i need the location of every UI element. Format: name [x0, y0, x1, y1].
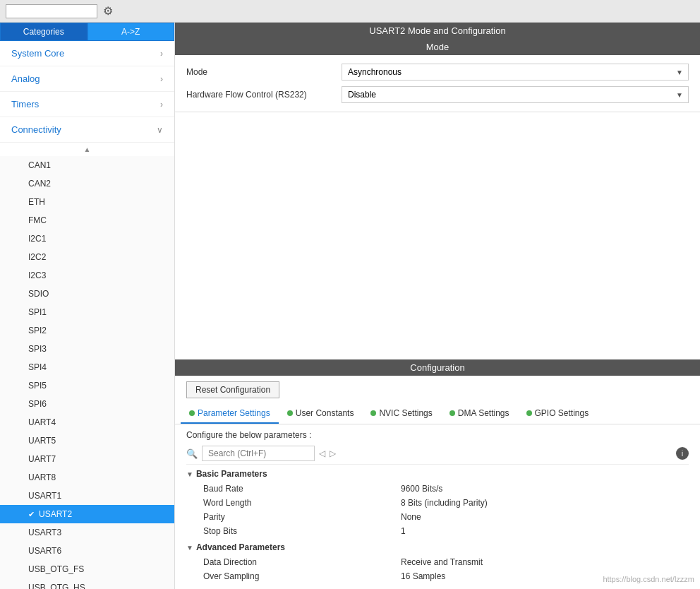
gpio-settings-label: GPIO Settings	[535, 408, 589, 418]
search-box[interactable]	[6, 4, 97, 18]
sidebar-item-usart6[interactable]: USART6	[0, 542, 174, 560]
sidebar-item-analog[interactable]: Analog ›	[0, 66, 174, 92]
tab-user-constants[interactable]: User Constants	[279, 404, 363, 424]
params-search-input[interactable]	[202, 446, 315, 461]
param-row-word-length: Word Length 8 Bits (including Parity)	[186, 496, 689, 510]
params-area: Configure the below parameters : 🔍 ◁ ▷ i…	[175, 424, 700, 589]
tab-atoz[interactable]: A->Z	[88, 23, 175, 41]
tab-nvic-settings[interactable]: NVIC Settings	[362, 404, 440, 424]
uart4-label: UART4	[28, 417, 56, 427]
sidebar-item-usb-otg-fs[interactable]: USB_OTG_FS	[0, 560, 174, 578]
tab-parameter-settings[interactable]: Parameter Settings	[181, 404, 279, 424]
usb-otg-fs-label: USB_OTG_FS	[28, 564, 84, 574]
sidebar-item-spi5[interactable]: SPI5	[0, 376, 174, 395]
sidebar-item-i2c3[interactable]: I2C3	[0, 266, 174, 285]
sidebar-item-timers[interactable]: Timers ›	[0, 92, 174, 117]
dma-settings-label: DMA Settings	[458, 408, 509, 418]
sidebar-item-i2c2[interactable]: I2C2	[0, 248, 174, 266]
spi1-label: SPI1	[28, 307, 47, 317]
i2c1-label: I2C1	[28, 234, 46, 244]
mode-label: Mode	[186, 67, 342, 77]
sidebar-item-spi1[interactable]: SPI1	[0, 303, 174, 321]
search-icon: 🔍	[186, 448, 198, 459]
data-direction-label: Data Direction	[203, 557, 401, 567]
reset-btn-row: Reset Configuration	[175, 376, 700, 404]
chevron-down-icon: ∨	[157, 125, 163, 135]
sidebar-item-usart2[interactable]: ✔ USART2	[0, 505, 174, 523]
main-content: Categories A->Z System Core › Analog › T…	[0, 23, 700, 589]
collapse-icon-advanced: ▼	[186, 544, 193, 552]
tab-categories[interactable]: Categories	[0, 23, 88, 41]
usb-otg-hs-label: USB_OTG_HS	[28, 583, 85, 589]
stop-bits-label: Stop Bits	[203, 526, 401, 536]
baud-rate-value: 9600 Bits/s	[401, 484, 442, 494]
sidebar-item-spi2[interactable]: SPI2	[0, 321, 174, 340]
sidebar-item-uart5[interactable]: UART5	[0, 432, 174, 450]
sidebar-item-i2c1[interactable]: I2C1	[0, 230, 174, 248]
sidebar-item-uart8[interactable]: UART8	[0, 468, 174, 487]
sidebar-item-can2[interactable]: CAN2	[0, 174, 174, 193]
spi5-label: SPI5	[28, 381, 47, 391]
eth-label: ETH	[28, 197, 45, 207]
spi2-label: SPI2	[28, 326, 47, 335]
sidebar-item-fmc[interactable]: FMC	[0, 211, 174, 230]
sidebar-item-spi4[interactable]: SPI4	[0, 358, 174, 376]
uart7-label: UART7	[28, 454, 56, 464]
usart1-label: USART1	[28, 491, 61, 501]
search-next-button[interactable]: ▷	[330, 448, 336, 458]
sidebar-item-can1[interactable]: CAN1	[0, 156, 174, 174]
advanced-params-header[interactable]: ▼ Advanced Parameters	[186, 538, 689, 555]
sidebar-item-uart7[interactable]: UART7	[0, 450, 174, 468]
sidebar-item-spi6[interactable]: SPI6	[0, 395, 174, 413]
sidebar-item-usb-otg-hs[interactable]: USB_OTG_HS	[0, 578, 174, 589]
sidebar-item-spi3[interactable]: SPI3	[0, 340, 174, 358]
sidebar-item-system-core[interactable]: System Core ›	[0, 41, 174, 66]
sidebar: Categories A->Z System Core › Analog › T…	[0, 23, 175, 589]
search-row: 🔍 ◁ ▷ i	[186, 443, 689, 465]
gear-icon[interactable]: ⚙	[103, 4, 113, 18]
sidebar-item-analog-label: Analog	[11, 73, 40, 84]
tab-dma-settings[interactable]: DMA Settings	[441, 404, 518, 424]
mode-select[interactable]: Asynchronous Disable Synchronous	[342, 64, 689, 81]
sidebar-item-eth[interactable]: ETH	[0, 193, 174, 211]
chevron-right-icon: ›	[160, 74, 163, 84]
sdio-label: SDIO	[28, 289, 49, 299]
info-button[interactable]: i	[676, 447, 689, 460]
i2c3-label: I2C3	[28, 270, 46, 280]
configure-text: Configure the below parameters :	[186, 427, 689, 443]
usart6-label: USART6	[28, 546, 61, 556]
search-prev-button[interactable]: ◁	[319, 448, 325, 458]
mode-section: Mode Asynchronous Disable Synchronous Ha…	[175, 55, 700, 112]
chevron-right-icon: ›	[160, 49, 163, 59]
search-input[interactable]	[11, 6, 92, 16]
sidebar-item-timers-label: Timers	[11, 99, 39, 109]
over-sampling-label: Over Sampling	[203, 571, 401, 581]
basic-params-header[interactable]: ▼ Basic Parameters	[186, 465, 689, 482]
basic-params-label: Basic Parameters	[196, 469, 267, 479]
spi6-label: SPI6	[28, 399, 47, 409]
tab-gpio-settings[interactable]: GPIO Settings	[518, 404, 598, 424]
gpio-settings-dot	[526, 410, 532, 416]
hw-flow-select[interactable]: Disable CTS Only RTS Only CTS/RTS	[342, 86, 689, 103]
spi4-label: SPI4	[28, 362, 47, 372]
sidebar-item-usart3[interactable]: USART3	[0, 523, 174, 542]
config-section-header: Configuration	[175, 359, 700, 376]
parameter-settings-dot	[189, 410, 195, 416]
sidebar-item-usart1[interactable]: USART1	[0, 487, 174, 505]
sidebar-item-connectivity[interactable]: Connectivity ∨	[0, 117, 174, 143]
hw-flow-label: Hardware Flow Control (RS232)	[186, 90, 342, 100]
sidebar-item-uart4[interactable]: UART4	[0, 413, 174, 432]
params-tree: ▼ Basic Parameters Baud Rate 9600 Bits/s…	[186, 465, 689, 583]
advanced-params-label: Advanced Parameters	[196, 542, 285, 552]
data-direction-value: Receive and Transmit	[401, 557, 483, 567]
stop-bits-value: 1	[401, 526, 406, 536]
panel-title: USART2 Mode and Configuration	[175, 23, 700, 39]
sidebar-item-sdio[interactable]: SDIO	[0, 285, 174, 303]
reset-configuration-button[interactable]: Reset Configuration	[186, 381, 279, 398]
i2c2-label: I2C2	[28, 252, 46, 262]
spi3-label: SPI3	[28, 344, 47, 354]
mode-row-hwflow: Hardware Flow Control (RS232) Disable CT…	[186, 86, 689, 103]
over-sampling-value: 16 Samples	[401, 571, 445, 581]
sidebar-item-connectivity-label: Connectivity	[11, 124, 61, 135]
baud-rate-label: Baud Rate	[203, 484, 401, 494]
